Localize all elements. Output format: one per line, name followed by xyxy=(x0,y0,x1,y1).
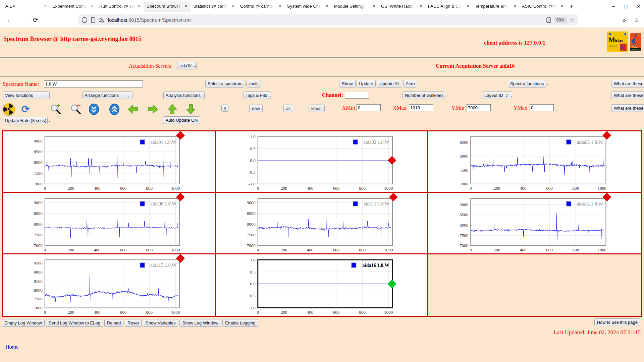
browser-tab-3[interactable]: Run Control @ ca✕ xyxy=(97,2,143,11)
tab-close-icon[interactable]: ✕ xyxy=(232,4,235,8)
tab-close-icon[interactable]: ✕ xyxy=(91,4,94,8)
scroll-up-icon[interactable] xyxy=(108,103,120,115)
x-button[interactable]: x xyxy=(221,105,228,112)
browser-tab-11[interactable]: Temperature and✕ xyxy=(473,2,519,11)
spectrum-chart-aida01: 7000750080008500900002004006008001000aid… xyxy=(3,131,215,192)
browser-tab-4[interactable]: Spectrum Browse✕ xyxy=(144,2,190,11)
spectrum-cell-aida12[interactable]: 7000750080008500900002004006008001000aid… xyxy=(428,193,641,255)
update-button[interactable]: Update xyxy=(357,80,376,87)
reload-button[interactable]: Reload xyxy=(104,319,123,327)
auto-update-button[interactable]: Auto Update ON xyxy=(163,116,200,124)
select-a-spectrum-select[interactable]: Select a spectrum⌄ xyxy=(205,80,244,87)
browser-tab-9[interactable]: GSI White Rabbit✕ xyxy=(379,2,425,11)
what-are-these-button-3[interactable]: What are these? xyxy=(611,104,644,112)
browser-tab-10[interactable]: FADC Align & Co✕ xyxy=(426,2,472,11)
ymax-input[interactable] xyxy=(530,104,554,111)
svg-text:200: 200 xyxy=(68,186,74,191)
browser-tab-5[interactable]: Statistics @ carm✕ xyxy=(191,2,237,11)
what-are-these-button-2[interactable]: What are these? xyxy=(611,92,644,99)
new-tab-button[interactable]: + xyxy=(570,3,573,10)
xmax-input[interactable] xyxy=(409,104,433,111)
refresh-icon[interactable]: ⟳ xyxy=(19,103,32,115)
browser-tab-8[interactable]: Module Settings✕ xyxy=(332,2,378,11)
arrow-right-icon[interactable] xyxy=(147,103,159,115)
tab-close-icon[interactable]: ✕ xyxy=(279,4,282,8)
permissions-icon[interactable] xyxy=(99,17,105,23)
tab-label: Run Control @ ca xyxy=(99,4,134,9)
reader-view-icon[interactable] xyxy=(546,17,551,23)
shield-icon[interactable] xyxy=(82,17,88,23)
tags-fits-select[interactable]: Tags & Fits⌄ xyxy=(243,92,271,99)
url-bar[interactable]: localhost:8015/Spectrum/Spectrum.tml 90%… xyxy=(78,14,578,25)
zoom-out-icon[interactable] xyxy=(70,103,82,115)
tab-close-icon[interactable]: ✕ xyxy=(373,4,376,8)
reset-button[interactable]: Reset xyxy=(125,319,142,327)
arrow-down-icon[interactable] xyxy=(185,103,197,115)
spectra-functions-select[interactable]: Spectra functions⌄ xyxy=(508,80,546,87)
update-all-button[interactable]: Update All xyxy=(377,80,402,87)
browser-tab-1[interactable]: AIDA✕ xyxy=(3,2,49,11)
spectrum-cell-aida15[interactable]: 7000750080008500900095000200400600800100… xyxy=(3,254,216,316)
show-button[interactable]: Show xyxy=(339,80,356,87)
browser-tab-2[interactable]: Experiment Contr✕ xyxy=(50,2,96,11)
spectrum-cell-aida11[interactable]: 7000750080008500900002004006008001000aid… xyxy=(216,193,429,255)
radiation-icon[interactable] xyxy=(3,103,15,115)
show-variables-button[interactable]: Show Variables xyxy=(143,319,178,327)
spectrum-cell-aida01[interactable]: 7000750080008500900002004006008001000aid… xyxy=(3,131,216,193)
minimize-icon[interactable]: ─ xyxy=(612,4,615,9)
bookmark-star-icon[interactable]: ☆ xyxy=(570,16,575,23)
update-rate-select[interactable]: Update Rate (8 secs)⌄ xyxy=(3,117,48,124)
number-of-galleries-select[interactable]: Number of Galleries⌄ xyxy=(402,92,445,99)
tab-close-icon[interactable]: ✕ xyxy=(514,4,517,8)
layout-id-select[interactable]: Layout ID=7⌄ xyxy=(482,92,512,99)
spectrum-cell-aida16[interactable]: -1.0-0.50.00.51.002004006008001000aida16… xyxy=(216,254,429,316)
tab-close-icon[interactable]: ✕ xyxy=(184,4,187,8)
spectrum-cell-aida05[interactable]: 700075008000850002004006008001000aida05 … xyxy=(428,131,641,193)
tab-close-icon[interactable]: ✕ xyxy=(560,4,564,8)
browser-tab-7[interactable]: System wide Che✕ xyxy=(285,2,331,11)
page-info-icon[interactable] xyxy=(91,17,96,23)
all-button[interactable]: all xyxy=(283,105,293,112)
zoom-in-icon[interactable] xyxy=(50,103,62,115)
scroll-down-icon[interactable] xyxy=(88,103,100,115)
reload-icon[interactable]: ⟳ xyxy=(33,16,38,24)
xmin-input[interactable] xyxy=(357,104,381,111)
linear-button[interactable]: linear xyxy=(309,105,325,112)
send-log-window-to-elog-button[interactable]: Send Log Window to ELog xyxy=(46,319,103,327)
svg-text:POWERED: POWERED xyxy=(631,49,641,51)
enable-logging-button[interactable]: Enable Logging xyxy=(222,319,258,327)
empty-log-window-button[interactable]: Empty Log Window xyxy=(2,319,45,327)
tab-close-icon[interactable]: ✕ xyxy=(420,4,423,8)
ymin-input[interactable] xyxy=(467,104,491,111)
spectrum-name-input[interactable] xyxy=(44,80,143,87)
how-to-use-button[interactable]: How to use this page xyxy=(594,318,640,326)
hamburger-menu-icon[interactable]: ≡ xyxy=(635,16,639,24)
arrow-up-icon[interactable] xyxy=(166,103,178,115)
tab-close-icon[interactable]: ✕ xyxy=(326,4,329,8)
url-text[interactable]: localhost:8015/Spectrum/Spectrum.tml xyxy=(108,17,192,23)
browser-tab-12[interactable]: ASIC Control @ c✕ xyxy=(520,2,566,11)
overflow-menu-icon[interactable]: » xyxy=(622,16,626,24)
zero-button[interactable]: Zero xyxy=(403,80,418,87)
tab-close-icon[interactable]: ✕ xyxy=(138,4,141,8)
analysis-functions-select[interactable]: Analysis functions⌄ xyxy=(163,92,205,99)
zoom-level-badge[interactable]: 90% xyxy=(554,17,567,23)
maximize-icon[interactable]: ▢ xyxy=(624,4,628,9)
arrow-left-icon[interactable] xyxy=(127,103,139,115)
tab-close-icon[interactable]: ✕ xyxy=(467,4,470,8)
acquisition-server-select[interactable]: aida16⌄ xyxy=(177,62,197,69)
spectrum-cell-aida06[interactable]: 7000750080008500900002004006008001000aid… xyxy=(3,193,216,255)
what-are-these-button-1[interactable]: What are these? xyxy=(611,80,644,87)
home-link[interactable]: Home xyxy=(5,344,18,350)
tab-close-icon[interactable]: ✕ xyxy=(44,4,47,8)
browser-tab-6[interactable]: Control @ carme✕ xyxy=(238,2,284,11)
close-icon[interactable]: ✕ xyxy=(636,3,641,9)
view-functions-select[interactable]: View functions⌄ xyxy=(3,92,50,99)
new-button[interactable]: new xyxy=(249,105,263,112)
arrange-functions-select[interactable]: Arrange functions⌄ xyxy=(82,92,132,99)
spectrum-cell-aida02[interactable]: -1.0-0.50.00.51.002004006008001000aida02… xyxy=(216,131,429,193)
show-log-window-button[interactable]: Show Log Window xyxy=(179,319,221,327)
multi-button[interactable]: multi xyxy=(247,80,261,87)
back-icon[interactable]: ← xyxy=(7,16,13,24)
channel-input[interactable] xyxy=(345,92,369,99)
